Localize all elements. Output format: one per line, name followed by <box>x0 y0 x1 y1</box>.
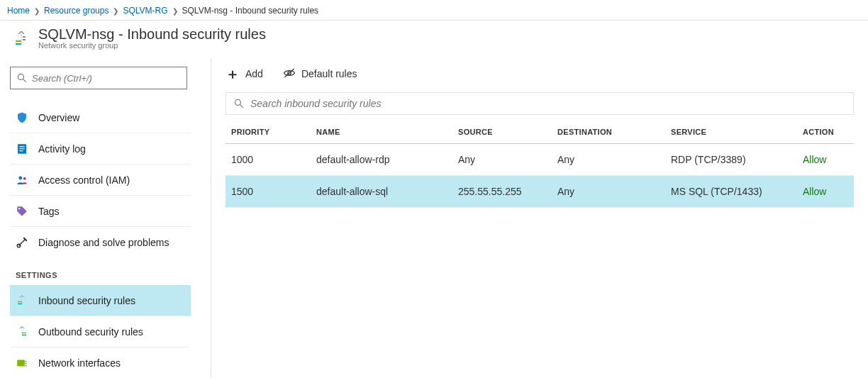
cell-service: RDP (TCP/3389) <box>665 144 797 176</box>
toolbar: ＋ Add Default rules <box>220 64 859 88</box>
chevron-right-icon: ❯ <box>34 7 40 15</box>
col-service[interactable]: SERVICE <box>665 121 797 144</box>
svg-rect-3 <box>19 146 25 147</box>
svg-rect-13 <box>25 365 27 367</box>
log-icon <box>16 143 28 155</box>
svg-point-7 <box>23 177 26 179</box>
rules-table: PRIORITY NAME SOURCE DESTINATION SERVICE… <box>226 121 854 208</box>
svg-point-0 <box>18 74 23 79</box>
page-title: SQLVM-nsg - Inbound security rules <box>38 26 266 43</box>
svg-line-17 <box>240 105 243 108</box>
cell-action: Allow <box>797 144 854 176</box>
sidebar-item-diagnose[interactable]: Diagnose and solve problems <box>10 227 191 258</box>
cell-destination: Any <box>552 144 665 176</box>
sidebar-item-label: Activity log <box>38 143 86 155</box>
default-rules-button[interactable]: Default rules <box>283 67 357 81</box>
col-action[interactable]: ACTION <box>797 121 854 144</box>
default-rules-label: Default rules <box>301 68 357 79</box>
sidebar-item-label: Network interfaces <box>38 357 121 369</box>
breadcrumb-resource-groups[interactable]: Resource groups <box>44 6 108 16</box>
sidebar-section-settings: SETTINGS <box>10 258 201 285</box>
sidebar-item-network-interfaces[interactable]: Network interfaces <box>10 347 191 377</box>
plus-icon: ＋ <box>226 67 240 81</box>
col-destination[interactable]: DESTINATION <box>552 121 665 144</box>
page-header: SQLVM-nsg - Inbound security rules Netwo… <box>0 21 868 58</box>
svg-rect-10 <box>17 360 25 367</box>
cell-priority: 1000 <box>226 144 311 176</box>
chevron-right-icon: ❯ <box>113 7 118 15</box>
shield-icon <box>16 111 28 124</box>
add-button[interactable]: ＋ Add <box>226 67 263 81</box>
tag-icon <box>16 205 28 218</box>
table-row[interactable]: 1000 default-allow-rdp Any Any RDP (TCP/… <box>226 144 854 176</box>
sidebar-item-overview[interactable]: Overview <box>10 102 191 133</box>
breadcrumb-current: SQLVM-nsg - Inbound security rules <box>182 6 319 16</box>
cell-service: MS SQL (TCP/1433) <box>665 176 797 208</box>
sidebar-item-tags[interactable]: Tags <box>10 196 191 227</box>
svg-line-1 <box>23 79 26 82</box>
sidebar-item-outbound-rules[interactable]: Outbound security rules <box>10 316 191 347</box>
sidebar-item-activity-log[interactable]: Activity log <box>10 133 191 165</box>
svg-rect-12 <box>25 363 27 364</box>
svg-point-8 <box>18 208 20 209</box>
tools-icon <box>16 236 28 249</box>
sidebar-item-label: Inbound security rules <box>38 295 135 306</box>
svg-point-6 <box>18 176 22 179</box>
svg-rect-5 <box>19 150 23 151</box>
svg-rect-11 <box>25 361 27 362</box>
breadcrumb-home[interactable]: Home <box>7 6 30 16</box>
outbound-icon <box>16 325 28 338</box>
main-content: ＋ Add Default rules PRIORITY NAME SOURCE… <box>211 58 868 377</box>
breadcrumb: Home ❯ Resource groups ❯ SQLVM-RG ❯ SQLV… <box>0 0 868 21</box>
search-icon <box>233 98 245 109</box>
sidebar: Overview Activity log Access control (IA… <box>0 58 211 377</box>
table-row[interactable]: 1500 default-allow-sql 255.55.55.255 Any… <box>226 176 854 208</box>
sidebar-item-label: Diagnose and solve problems <box>38 237 169 248</box>
sidebar-item-label: Overview <box>38 112 79 123</box>
breadcrumb-rg[interactable]: SQLVM-RG <box>123 6 167 16</box>
sidebar-search-input[interactable] <box>32 73 181 84</box>
chevron-right-icon: ❯ <box>172 7 178 15</box>
cell-name: default-allow-sql <box>311 176 452 208</box>
nic-icon <box>16 357 28 369</box>
col-priority[interactable]: PRIORITY <box>226 121 311 144</box>
eye-off-icon <box>283 67 296 81</box>
rule-search[interactable] <box>226 92 854 115</box>
sidebar-item-label: Access control (IAM) <box>38 174 130 186</box>
cell-action: Allow <box>797 176 854 208</box>
svg-rect-4 <box>19 148 25 149</box>
col-name[interactable]: NAME <box>311 121 452 144</box>
resource-icon <box>13 30 30 47</box>
cell-source: 255.55.55.255 <box>452 176 552 208</box>
svg-line-15 <box>284 69 294 77</box>
sidebar-item-label: Tags <box>38 206 60 217</box>
sidebar-item-label: Outbound security rules <box>38 326 143 338</box>
cell-destination: Any <box>552 176 665 208</box>
people-icon <box>16 174 28 186</box>
svg-point-16 <box>235 99 240 105</box>
sidebar-item-inbound-rules[interactable]: Inbound security rules <box>10 285 191 316</box>
search-icon <box>16 72 28 84</box>
rule-search-input[interactable] <box>250 98 846 109</box>
sidebar-item-access-control[interactable]: Access control (IAM) <box>10 165 191 196</box>
add-button-label: Add <box>245 68 263 79</box>
cell-name: default-allow-rdp <box>311 144 452 176</box>
inbound-icon <box>16 294 28 307</box>
sidebar-search[interactable] <box>10 67 187 89</box>
cell-source: Any <box>452 144 552 176</box>
col-source[interactable]: SOURCE <box>452 121 552 144</box>
cell-priority: 1500 <box>226 176 311 208</box>
